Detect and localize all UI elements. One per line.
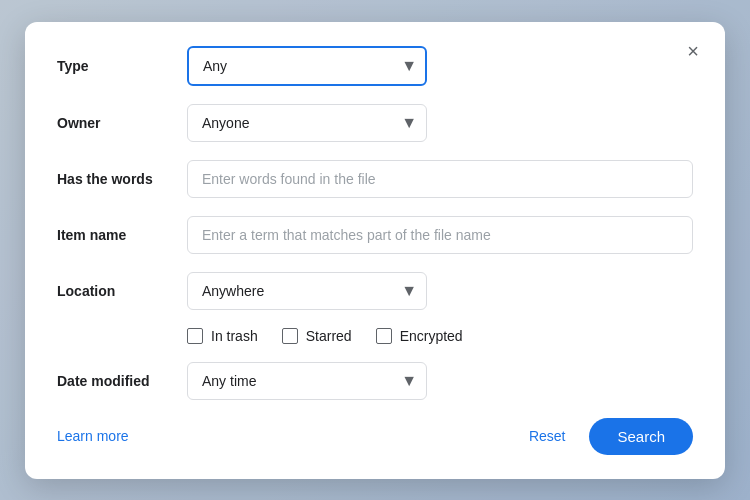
in-trash-checkbox[interactable]	[187, 328, 203, 344]
type-label: Type	[57, 58, 187, 74]
owner-row: Owner Anyone Owned by me Not owned by me…	[57, 104, 693, 142]
date-modified-label: Date modified	[57, 373, 187, 389]
item-name-row: Item name	[57, 216, 693, 254]
learn-more-link[interactable]: Learn more	[57, 428, 129, 444]
encrypted-checkbox-item[interactable]: Encrypted	[376, 328, 463, 344]
close-button[interactable]: ×	[677, 36, 709, 68]
type-select[interactable]: Any Documents Spreadsheets Presentations…	[187, 46, 427, 86]
date-modified-row: Date modified Any time Today Last 7 days…	[57, 362, 693, 400]
search-filters-modal: × Type Any Documents Spreadsheets Presen…	[25, 22, 725, 479]
type-row: Type Any Documents Spreadsheets Presenta…	[57, 46, 693, 86]
type-control: Any Documents Spreadsheets Presentations…	[187, 46, 693, 86]
date-modified-control: Any time Today Last 7 days Last 30 days …	[187, 362, 693, 400]
location-select-wrapper: Anywhere My Drive Shared drives Computer…	[187, 272, 427, 310]
search-button[interactable]: Search	[589, 418, 693, 455]
has-words-input[interactable]	[187, 160, 693, 198]
checkbox-row: In trash Starred Encrypted	[187, 328, 693, 344]
owner-control: Anyone Owned by me Not owned by me Owned…	[187, 104, 693, 142]
type-select-wrapper: Any Documents Spreadsheets Presentations…	[187, 46, 427, 86]
starred-checkbox[interactable]	[282, 328, 298, 344]
date-modified-select[interactable]: Any time Today Last 7 days Last 30 days …	[187, 362, 427, 400]
date-modified-select-wrapper: Any time Today Last 7 days Last 30 days …	[187, 362, 427, 400]
owner-select[interactable]: Anyone Owned by me Not owned by me Owned…	[187, 104, 427, 142]
item-name-label: Item name	[57, 227, 187, 243]
in-trash-label: In trash	[211, 328, 258, 344]
starred-checkbox-item[interactable]: Starred	[282, 328, 352, 344]
encrypted-checkbox[interactable]	[376, 328, 392, 344]
in-trash-checkbox-item[interactable]: In trash	[187, 328, 258, 344]
owner-select-wrapper: Anyone Owned by me Not owned by me Owned…	[187, 104, 427, 142]
location-row: Location Anywhere My Drive Shared drives…	[57, 272, 693, 310]
item-name-control	[187, 216, 693, 254]
encrypted-label: Encrypted	[400, 328, 463, 344]
location-label: Location	[57, 283, 187, 299]
item-name-input[interactable]	[187, 216, 693, 254]
owner-label: Owner	[57, 115, 187, 131]
has-words-control	[187, 160, 693, 198]
has-words-label: Has the words	[57, 171, 187, 187]
modal-footer: Learn more Reset Search	[57, 418, 693, 455]
has-words-row: Has the words	[57, 160, 693, 198]
starred-label: Starred	[306, 328, 352, 344]
location-control: Anywhere My Drive Shared drives Computer…	[187, 272, 693, 310]
location-select[interactable]: Anywhere My Drive Shared drives Computer…	[187, 272, 427, 310]
reset-button[interactable]: Reset	[517, 420, 578, 452]
footer-actions: Reset Search	[517, 418, 693, 455]
